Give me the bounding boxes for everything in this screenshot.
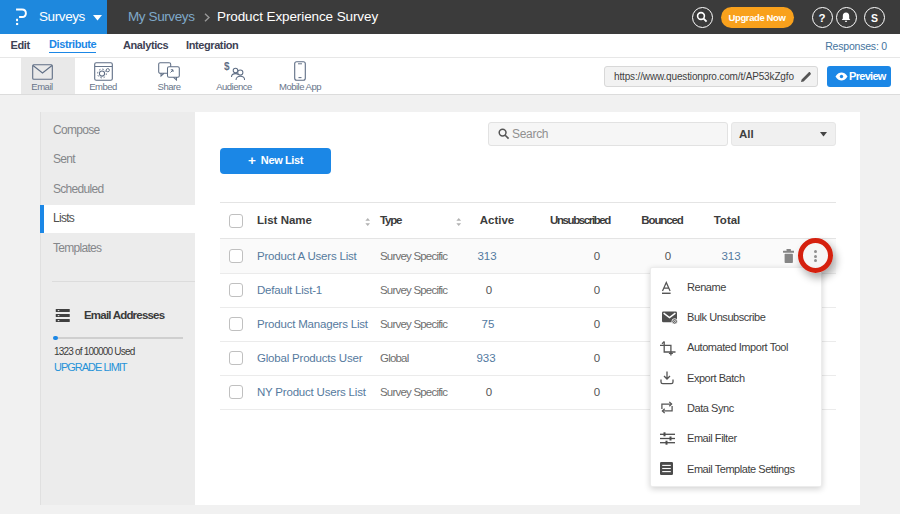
svg-text:$: $ xyxy=(224,61,230,72)
